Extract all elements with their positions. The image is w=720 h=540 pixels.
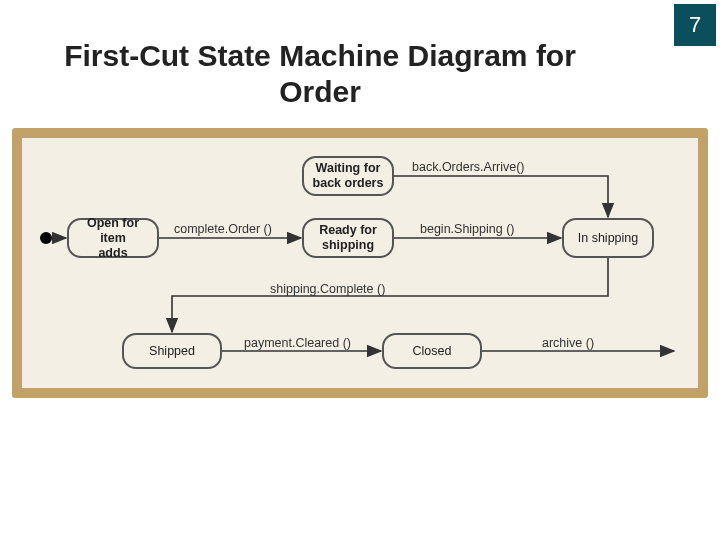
- label-archive: archive (): [542, 336, 594, 350]
- label-begin-shipping: begin.Shipping (): [420, 222, 515, 236]
- page-number-box: 7: [674, 4, 716, 46]
- initial-state-dot: [40, 232, 52, 244]
- label-back-orders: back.Orders.Arrive(): [412, 160, 525, 174]
- diagram-panel: Open for itemadds Waiting forback orders…: [12, 128, 708, 398]
- slide-title: First-Cut State Machine Diagram for Orde…: [40, 38, 600, 110]
- state-shipped: Shipped: [122, 333, 222, 369]
- label-complete-order: complete.Order (): [174, 222, 272, 236]
- state-closed: Closed: [382, 333, 482, 369]
- state-waiting: Waiting forback orders: [302, 156, 394, 196]
- state-open: Open for itemadds: [67, 218, 159, 258]
- page-number: 7: [689, 12, 701, 38]
- slide: 7 First-Cut State Machine Diagram for Or…: [0, 0, 720, 540]
- label-payment-cleared: payment.Cleared (): [244, 336, 351, 350]
- state-in-shipping: In shipping: [562, 218, 654, 258]
- label-shipping-complete: shipping.Complete (): [270, 282, 385, 296]
- state-ready: Ready forshipping: [302, 218, 394, 258]
